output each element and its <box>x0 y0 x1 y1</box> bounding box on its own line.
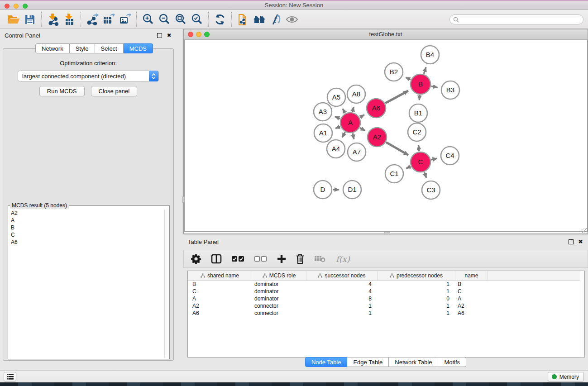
houses-icon[interactable] <box>251 12 268 27</box>
close-network-button[interactable] <box>188 32 193 37</box>
network-graph[interactable]: AA1A2A3A4A5A6A7A8BB1B2B3B4CC1C2C3C4DD1 <box>185 40 587 231</box>
graph-node-A4[interactable]: A4 <box>327 140 345 158</box>
function-slash-icon[interactable]: f <box>268 12 284 27</box>
result-item-a6[interactable]: A6 <box>9 238 164 246</box>
close-window-button[interactable] <box>5 4 10 9</box>
columns-icon[interactable] <box>211 252 222 266</box>
graph-node-A2[interactable]: A2 <box>368 128 387 147</box>
export-network-icon[interactable] <box>84 12 100 27</box>
graph-edge-A-A7[interactable] <box>353 133 354 139</box>
close-panel-button[interactable]: Close panel <box>91 86 138 96</box>
window-controls[interactable] <box>5 4 28 9</box>
table-row[interactable]: A6connector11A6 <box>188 310 584 317</box>
graph-node-A[interactable]: A <box>340 113 360 133</box>
tab-style[interactable]: Style <box>70 43 95 53</box>
graph-edge-A-A1[interactable] <box>335 127 340 129</box>
import-network-icon[interactable] <box>45 12 61 27</box>
table-scrollbar[interactable] <box>580 271 584 357</box>
run-mcds-button[interactable]: Run MCDS <box>39 86 85 96</box>
import-table-icon[interactable] <box>61 12 77 27</box>
graph-node-B1[interactable]: B1 <box>409 104 427 122</box>
graph-node-C4[interactable]: C4 <box>441 147 459 165</box>
criterion-dropdown[interactable]: largest connected component (directed) <box>18 71 159 81</box>
float-panel-icon[interactable] <box>157 33 163 38</box>
tab-network-table[interactable]: Network Table <box>389 357 438 367</box>
graph-edge-C-C2[interactable] <box>418 145 419 151</box>
result-item-c[interactable]: C <box>9 231 164 238</box>
tab-edge-table[interactable]: Edge Table <box>347 357 389 367</box>
graph-node-A6[interactable]: A6 <box>367 99 386 118</box>
close-panel-icon[interactable]: ✖ <box>166 33 172 38</box>
graph-edge-A6-B[interactable] <box>385 91 408 103</box>
graph-edge-B-B4[interactable] <box>424 67 426 74</box>
tab-select[interactable]: Select <box>95 43 124 53</box>
graph-edge-B-B2[interactable] <box>406 77 411 80</box>
graph-node-B3[interactable]: B3 <box>441 81 459 99</box>
zoom-selected-icon[interactable] <box>189 12 205 27</box>
graph-edge-B-B3[interactable] <box>431 86 438 88</box>
export-table-icon[interactable] <box>100 12 117 27</box>
column-header-successor-nodes[interactable]: successor nodes <box>306 271 378 280</box>
graph-edge-A2-C[interactable] <box>386 142 408 155</box>
horizontal-scrollbar-thumb[interactable] <box>384 232 390 234</box>
plus-icon[interactable] <box>277 252 286 266</box>
tab-network[interactable]: Network <box>35 43 70 53</box>
memory-button[interactable]: Memory <box>548 372 584 381</box>
graph-node-A8[interactable]: A8 <box>347 85 365 103</box>
graph-edge-A-A2[interactable] <box>360 128 365 130</box>
document-share-icon[interactable] <box>235 12 251 27</box>
gear-icon[interactable] <box>191 252 201 266</box>
graph-node-C2[interactable]: C2 <box>408 123 426 141</box>
network-window-controls[interactable] <box>188 32 210 37</box>
search-input[interactable] <box>459 16 583 23</box>
column-header-shared-name[interactable]: shared name <box>188 271 252 280</box>
graph-edge-A-A6[interactable] <box>360 115 364 118</box>
result-scrollbar[interactable] <box>164 210 168 358</box>
table-row[interactable]: A2connector11A2 <box>188 302 584 310</box>
trash-icon[interactable] <box>296 252 304 266</box>
open-file-icon[interactable] <box>5 12 22 27</box>
task-history-button[interactable] <box>4 372 16 381</box>
zoom-out-icon[interactable] <box>156 12 172 27</box>
zoom-window-button[interactable] <box>23 4 28 9</box>
result-item-a[interactable]: A <box>9 217 164 224</box>
graph-node-C[interactable]: C <box>411 152 430 172</box>
minimize-window-button[interactable] <box>14 4 19 9</box>
graph-node-C3[interactable]: C3 <box>422 181 440 199</box>
vertical-scrollbar-thumb[interactable] <box>182 196 185 203</box>
zoom-in-icon[interactable] <box>140 12 156 27</box>
graph-node-A3[interactable]: A3 <box>314 103 332 121</box>
tab-node-table[interactable]: Node Table <box>305 357 348 367</box>
table-row[interactable]: Bdominator41B <box>188 281 584 288</box>
close-table-panel-icon[interactable]: ✖ <box>578 239 583 245</box>
result-item-a2[interactable]: A2 <box>9 210 164 217</box>
resize-grip[interactable] <box>582 228 588 234</box>
graph-node-C1[interactable]: C1 <box>385 165 403 183</box>
column-header-name[interactable]: name <box>455 271 488 280</box>
refresh-icon[interactable] <box>212 12 228 27</box>
table-row[interactable]: Adominator80A <box>188 295 584 302</box>
graph-edge-A-A3[interactable] <box>335 117 340 119</box>
graph-edge-A-A5[interactable] <box>343 109 345 113</box>
tab-mcds[interactable]: MCDS <box>124 43 153 53</box>
graph-edge-A-A4[interactable] <box>342 132 345 138</box>
search-box[interactable] <box>449 14 583 24</box>
result-item-b[interactable]: B <box>9 224 164 231</box>
graph-node-A1[interactable]: A1 <box>314 124 332 142</box>
graph-node-B[interactable]: B <box>411 74 430 94</box>
float-table-panel-icon[interactable] <box>568 239 574 245</box>
graph-node-D1[interactable]: D1 <box>343 181 361 199</box>
check-all-icon[interactable] <box>232 252 244 266</box>
graph-edge-A-A8[interactable] <box>353 107 354 112</box>
table-row[interactable]: Cdominator41C <box>188 288 584 295</box>
column-header-MCDS-role[interactable]: MCDS role <box>252 271 306 280</box>
graph-node-B2[interactable]: B2 <box>385 63 403 81</box>
graph-edge-C-C1[interactable] <box>406 167 411 168</box>
save-session-icon[interactable] <box>22 12 38 27</box>
graph-node-A5[interactable]: A5 <box>327 88 345 106</box>
graph-node-A7[interactable]: A7 <box>348 143 366 161</box>
zoom-network-button[interactable] <box>204 32 210 37</box>
graph-node-D[interactable]: D <box>314 181 332 199</box>
column-header-predecessor-nodes[interactable]: predecessor nodes <box>378 271 455 280</box>
export-image-icon[interactable] <box>117 12 133 27</box>
